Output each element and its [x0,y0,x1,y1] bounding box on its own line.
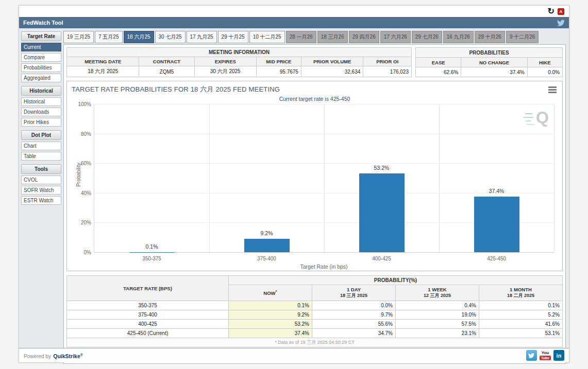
table-row: 375-4009.2%9.7%19.0%5.2% [67,310,563,320]
app-body: Target RateCurrentCompareProbabilitiesAg… [19,28,569,349]
bar-value-label: 9.2% [261,230,273,236]
refresh-icon[interactable]: ↻ [548,8,555,15]
column-header-meeting-date: MEETING DATE [67,57,139,66]
y-tick-label: 20% [71,220,91,225]
tab-16-26[interactable]: 16 九月26 [443,31,474,43]
pdf-export-icon[interactable]: A [558,8,564,15]
tab-17-25[interactable]: 17 九月25 [187,31,217,43]
meeting-info-table: MEETING INFORMATIONMEETING DATECONTRACTE… [66,47,412,77]
column-header-ease: EASE [416,58,461,67]
sidebar-item-historical[interactable]: Historical [21,97,61,106]
tab-28-26[interactable]: 28 十月26 [475,31,505,43]
sidebar-item-chart[interactable]: Chart [21,142,61,150]
tab-9-26[interactable]: 9 十二月26 [506,31,539,43]
sidebar-item-probabilities[interactable]: Probabilities [21,63,61,72]
column-header-now: NOW* [229,285,312,301]
column-header-prior-volume: PRIOR VOLUME [301,57,363,66]
sidebar-item-compare[interactable]: Compare [21,53,61,62]
tab-29-25[interactable]: 29 十月25 [218,31,248,43]
x-tick-label: 375-400 [209,256,324,261]
column-label: 1 DAY [347,287,361,292]
chart-subtitle: Current target rate is 425-450 [67,96,562,102]
probability-value: 62.6% [416,67,461,77]
tab-17-26[interactable]: 17 六月26 [380,31,411,43]
youtube-icon[interactable]: You Tube [540,351,551,360]
column-date: 18 三月 2025 [315,292,393,299]
probability-cell: 41.6% [479,320,562,329]
y-tick-label: 0% [71,250,91,255]
probability-cell: 19.0% [395,310,479,320]
footnote-row: * Data as of 19 三月 2025 04:50:29 CT [67,338,563,347]
probability-detail-table: TARGET RATE (BPS)PROBABILITY(%)NOW*1 DAY… [66,275,563,347]
column-label: 1 MONTH [510,287,532,292]
y-tick-label: 40% [71,190,91,196]
probability-cell: 37.4% [229,329,312,338]
tab-28-26[interactable]: 28 一月26 [286,31,316,43]
sidebar-item-estr-watch[interactable]: ESTR Watch [21,196,61,205]
meeting-info-value: 95.7675 [256,66,301,77]
sidebar-item-aggregated[interactable]: Aggregated [21,74,61,82]
tab-29-26[interactable]: 29 七月26 [412,31,442,43]
tab-10-25[interactable]: 10 十二月25 [249,31,285,43]
column-header-no-change: NO CHANGE [461,58,527,67]
chart-menu-icon[interactable] [548,86,557,94]
column-date: 18 二月 2025 [482,292,560,299]
meeting-tabs: 19 三月257 五月2518 六月2530 七月2517 九月2529 十月2… [63,30,566,43]
column-date: 12 三月 2025 [398,292,476,299]
tab-18-25[interactable]: 18 六月25 [124,31,154,43]
table-row: 350-3750.1%0.0%0.4%0.1% [67,301,563,310]
registered-mark: ® [80,353,83,356]
x-tick-label: 425-450 [439,256,554,261]
x-tick-label: 400-425 [324,256,439,261]
sidebar-item-prior-hikes[interactable]: Prior Hikes [21,118,61,127]
probability-value: 37.4% [461,67,527,77]
social-links: You Tube in [526,350,564,361]
corner-header: TARGET RATE (BPS) [67,276,229,301]
sidebar-item-downloads[interactable]: Downloads [21,108,61,116]
app-title: FedWatch Tool [23,20,63,26]
tab-7-25[interactable]: 7 五月25 [95,31,122,43]
quikstrike-link[interactable]: QuikStrike® [53,353,83,359]
sidebar-section-historical: Historical [21,86,61,96]
meeting-info-value: 30 六月 2025 [194,66,256,77]
chart-x-axis-label: Target Rate (in bps) [94,263,554,270]
sidebar-item-cvol[interactable]: CVOL [21,175,61,184]
probability-cell: 0.1% [229,301,312,310]
chart-plot: Q 0%20%40%60%80%100%0.1%350-3759.2%375-4… [94,104,554,253]
probability-cell: 53.2% [229,320,312,329]
column-label: NOW [263,291,275,296]
meeting-info-value: 176,023 [363,66,412,77]
bar-425-450[interactable] [474,197,519,252]
probability-cell: 0.4% [395,301,479,310]
powered-by-text: Powered by [24,354,51,359]
chart-category-slot: 37.4%425-450 [439,104,554,252]
column-header-1-week: 1 WEEK12 三月 2025 [395,285,479,301]
x-gridline [554,104,555,252]
meeting-info-title: MEETING INFORMATION [67,48,412,57]
sidebar-section-target-rate: Target Rate [21,31,61,41]
bar-400-425[interactable] [359,173,405,252]
tab-29-26[interactable]: 29 四月26 [349,31,379,43]
tab-30-25[interactable]: 30 七月25 [155,31,186,43]
column-header-contract: CONTRACT [139,57,194,66]
column-header-1-month: 1 MONTH18 二月 2025 [479,285,562,301]
sidebar-item-sofr-watch[interactable]: SOFR Watch [21,186,61,195]
content-panel: MEETING INFORMATIONMEETING DATECONTRACTE… [63,44,566,364]
probability-cell: 23.1% [395,329,479,338]
sidebar-item-table[interactable]: Table [21,152,61,161]
bar-375-400[interactable] [244,239,290,252]
probability-group-header: PROBABILITY(%) [229,276,563,285]
table-row: 400-42553.2%55.6%57.5%41.6% [67,320,563,329]
linkedin-icon[interactable]: in [553,350,564,361]
sidebar-item-current[interactable]: Current [21,43,61,51]
app-header: FedWatch Tool [19,17,569,28]
probability-cell: 0.1% [479,301,562,310]
meeting-info-value: ZQM5 [139,66,194,77]
tab-18-26[interactable]: 18 三月26 [317,31,348,43]
twitter-social-icon[interactable] [526,350,537,361]
rate-range: 350-375 [67,301,229,310]
tab-19-25[interactable]: 19 三月25 [63,31,94,43]
probability-value: 0.0% [527,67,562,77]
meeting-info-value: 18 六月 2025 [67,66,139,77]
twitter-icon[interactable] [557,20,565,26]
